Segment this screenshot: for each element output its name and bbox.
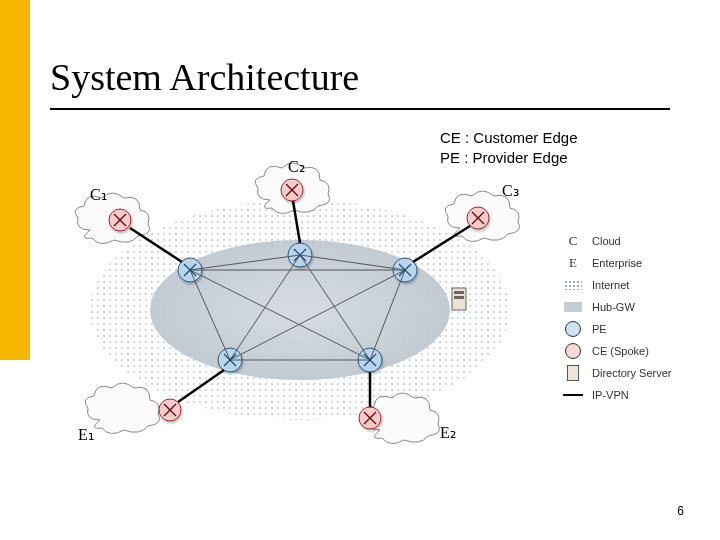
legend-right: CCloud EEnterprise Internet Hub-GW PE CE…	[560, 230, 710, 406]
directory-server	[452, 288, 466, 310]
page-title: System Architecture	[50, 55, 359, 99]
label-c3: C₃	[502, 182, 519, 199]
hub-swatch-icon	[564, 302, 582, 312]
legend-ce: CE (Spoke)	[592, 345, 649, 357]
legend-ipvpn: IP-VPN	[592, 389, 629, 401]
legend-ds: Directory Server	[592, 367, 671, 379]
label-c1: C₁	[90, 186, 107, 203]
svg-rect-50	[454, 296, 464, 299]
svg-rect-49	[454, 291, 464, 294]
page-number: 6	[677, 504, 684, 518]
legend-enterprise: Enterprise	[592, 257, 642, 269]
label-e1: E₁	[78, 426, 94, 443]
label-e2: E₂	[440, 424, 456, 441]
architecture-diagram: C₁ C₂ C₃ E₁ E₂	[60, 160, 540, 460]
internet-swatch-icon	[564, 280, 582, 290]
legend-hub: Hub-GW	[592, 301, 635, 313]
accent-bar	[0, 0, 30, 360]
server-icon	[567, 365, 579, 381]
slide: System Architecture CE : Customer Edge P…	[0, 0, 720, 540]
legend-internet: Internet	[592, 279, 629, 291]
cloud-e1	[85, 383, 160, 434]
line-icon	[563, 394, 583, 396]
label-c2: C₂	[288, 160, 305, 175]
legend-top-ce: CE : Customer Edge	[440, 128, 578, 148]
legend-cloud: Cloud	[592, 235, 621, 247]
pe-router-icon	[565, 321, 581, 337]
legend-pe: PE	[592, 323, 607, 335]
title-underline	[50, 108, 670, 110]
ce-router-icon	[565, 343, 581, 359]
